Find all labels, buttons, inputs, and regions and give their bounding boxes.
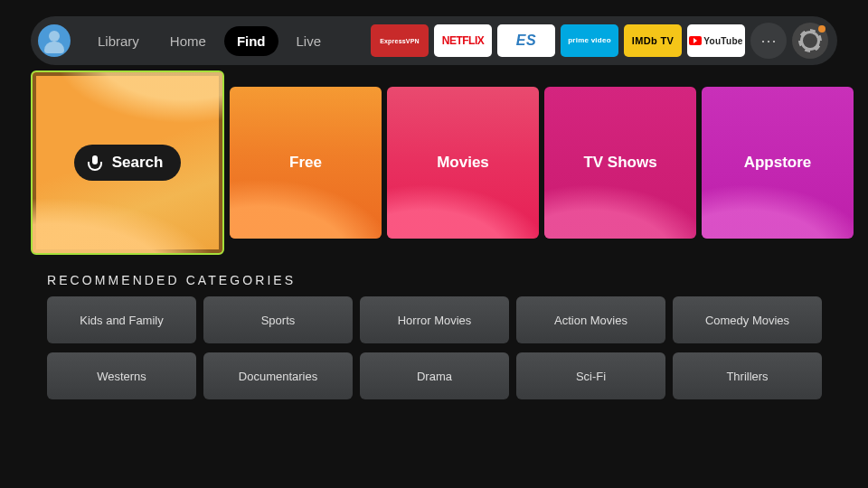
app-youtube[interactable]: YouTube xyxy=(687,24,745,57)
app-imdb-tv[interactable]: IMDb TV xyxy=(624,24,682,57)
category-thrillers[interactable]: Thrillers xyxy=(673,352,822,399)
app-netflix[interactable]: NETFLIX xyxy=(434,24,492,57)
category-drama[interactable]: Drama xyxy=(360,352,509,399)
appstore-tile[interactable]: Appstore xyxy=(702,87,854,239)
app-es-file-explorer[interactable]: ES xyxy=(497,24,555,57)
app-prime-video[interactable]: prime video xyxy=(561,24,618,57)
nav-live[interactable]: Live xyxy=(284,26,335,56)
app-youtube-label: YouTube xyxy=(703,36,742,46)
microphone-icon xyxy=(87,155,103,171)
category-westerns[interactable]: Westerns xyxy=(47,352,196,399)
more-apps-button[interactable]: ⋯ xyxy=(750,23,787,59)
category-action-movies[interactable]: Action Movies xyxy=(516,296,665,343)
movies-tile[interactable]: Movies xyxy=(387,87,539,239)
category-kids-and-family[interactable]: Kids and Family xyxy=(47,296,196,343)
search-tile[interactable]: Search xyxy=(31,70,224,255)
top-navbar: Library Home Find Live ExpressVPN NETFLI… xyxy=(31,16,837,65)
category-comedy-movies[interactable]: Comedy Movies xyxy=(673,296,822,343)
appstore-label: Appstore xyxy=(744,154,812,172)
tv-shows-tile[interactable]: TV Shows xyxy=(544,87,696,239)
nav-home[interactable]: Home xyxy=(157,26,219,56)
category-documentaries[interactable]: Documentaries xyxy=(203,352,353,399)
nav-library[interactable]: Library xyxy=(85,26,152,56)
gear-icon xyxy=(800,31,820,51)
movies-label: Movies xyxy=(437,154,489,172)
profile-avatar[interactable] xyxy=(38,24,71,57)
find-hero-row: Search Free Movies TV Shows Appstore xyxy=(31,87,868,255)
search-label: Search xyxy=(112,154,164,172)
category-sci-fi[interactable]: Sci-Fi xyxy=(516,352,665,399)
recommended-categories-title: RECOMMENDED CATEGORIES xyxy=(47,273,868,287)
settings-button[interactable] xyxy=(792,23,828,59)
free-label: Free xyxy=(289,154,322,172)
app-expressvpn[interactable]: ExpressVPN xyxy=(371,24,429,57)
recommended-categories-grid: Kids and Family Sports Horror Movies Act… xyxy=(47,296,868,399)
search-pill: Search xyxy=(74,145,182,181)
category-horror-movies[interactable]: Horror Movies xyxy=(360,296,509,343)
category-sports[interactable]: Sports xyxy=(203,296,353,343)
free-tile[interactable]: Free xyxy=(230,87,382,239)
tv-shows-label: TV Shows xyxy=(583,154,656,172)
nav-find[interactable]: Find xyxy=(224,26,278,56)
youtube-play-icon xyxy=(689,36,702,45)
